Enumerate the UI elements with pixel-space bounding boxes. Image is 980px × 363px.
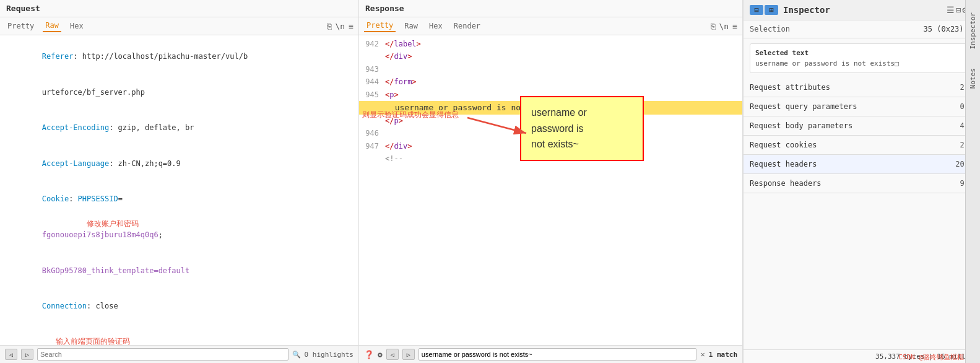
popup-line2: password is [531, 121, 633, 137]
nav-back-btn[interactable]: ◁ [5, 349, 17, 360]
nav-fwd-btn[interactable]: ▷ [21, 349, 33, 360]
inspector-section-4[interactable]: Request headers 20 ∨ [744, 155, 980, 174]
section-label-4: Request headers [750, 160, 955, 168]
section-count-0: 2 [960, 83, 965, 92]
mode-btn-2[interactable]: ⊞ [765, 5, 778, 15]
inspector-section-2[interactable]: Request body parameters 4 ∨ [744, 116, 980, 136]
side-tabs: Inspector Notes [965, 0, 980, 363]
svg-line-1 [467, 118, 526, 133]
tab-raw-req[interactable]: Raw [43, 20, 61, 32]
popup-line1: username or [531, 105, 633, 121]
mode-btn-1[interactable]: ⊟ [750, 5, 763, 15]
tab-render-resp[interactable]: Render [451, 20, 483, 32]
section-label-1: Request query parameters [750, 102, 960, 111]
inspector-section-1[interactable]: Request query parameters 0 ∨ [744, 97, 980, 116]
response-search-input[interactable] [418, 348, 697, 361]
request-bottom-bar: ◁ ▷ 🔍 0 highlights [0, 345, 358, 363]
mode-buttons: ⊟ ⊞ [750, 5, 778, 15]
inspector-sections: Request attributes 2 ∨ Request query par… [744, 78, 980, 193]
req-line-referer: Referer: http://localhost/pikachu-master… [6, 39, 352, 75]
request-title: Request [0, 0, 358, 17]
popup-line3: not exists~ [531, 136, 633, 152]
selection-label: Selection [750, 25, 924, 33]
tab-hex-req[interactable]: Hex [67, 20, 86, 32]
response-title: Response [359, 0, 742, 17]
selected-text-title: Selected text [755, 49, 968, 57]
selected-text-box: Selected text username or password is no… [750, 43, 974, 73]
resp-nav-back[interactable]: ◁ [386, 349, 399, 360]
tab-raw-resp[interactable]: Raw [402, 20, 420, 32]
resp-help-icon[interactable]: ❓ [364, 350, 374, 359]
req-line-cookie3: BkGOp95780_think_template=default [6, 253, 352, 289]
highlight-count: 0 highlights [305, 351, 353, 359]
section-label-0: Request attributes [750, 83, 960, 92]
req-line-empty2 [6, 336, 352, 345]
req-line-referer2: urteforce/bf_server.php [6, 75, 352, 111]
resp-nav-fwd[interactable]: ▷ [402, 349, 415, 360]
clear-search-btn[interactable]: ✕ [700, 350, 705, 359]
section-count-2: 4 [960, 121, 965, 130]
section-count-4: 20 [955, 160, 964, 168]
req-line-cookie2: fgonouoepi7s8jburu18m4q0q6; [6, 217, 352, 253]
request-toolbar: ⎘ \n ≡ [327, 22, 353, 31]
inspector-split-icon[interactable]: ⊟ [956, 5, 961, 15]
request-panel: Request Pretty Raw Hex ⎘ \n ≡ Referer: h… [0, 0, 359, 363]
resp-line-942b: </div> [359, 50, 742, 63]
inspector-section-0[interactable]: Request attributes 2 ∨ [744, 78, 980, 97]
inspector-list-icon[interactable]: ☰ [947, 5, 955, 15]
inspector-panel: ⊟ ⊞ Inspector ☰ ⊟ ⚙ ✕ Selection 35 (0x23… [743, 0, 980, 363]
resp-line-943: 943 [359, 63, 742, 76]
inspector-section-3[interactable]: Request cookies 2 ∨ [744, 136, 980, 155]
req-line-conn: Connection: close [6, 289, 352, 325]
side-tab-inspector[interactable]: Inspector [969, 12, 977, 50]
csdn-watermark: CSDN @骆咚锵鱼框框 [898, 352, 964, 362]
section-count-5: 9 [960, 179, 965, 188]
wrap-resp-icon[interactable]: \n [719, 22, 729, 31]
inspector-title: Inspector [783, 5, 939, 15]
copy-icon[interactable]: ⎘ [327, 22, 332, 31]
menu-icon[interactable]: ≡ [349, 22, 353, 31]
response-bottom-bar: ❓ ⚙ ◁ ▷ ✕ 1 match [359, 345, 742, 363]
selection-bar: Selection 35 (0x23) ∧ [744, 20, 980, 38]
selected-text-content: username or password is not exists□ [755, 59, 968, 68]
selection-value: 35 (0x23) [924, 25, 964, 33]
req-line-language: Accept-Language: zh-CN,zh;q=0.9 [6, 146, 352, 182]
section-count-3: 2 [960, 141, 965, 149]
tab-pretty-resp[interactable]: Pretty [364, 20, 396, 32]
resp-line-944: 944 </form> [359, 76, 742, 88]
section-label-5: Response headers [750, 179, 960, 188]
response-tabs: Pretty Raw Hex Render ⎘ \n ≡ [359, 17, 742, 35]
section-label-2: Request body parameters [750, 121, 960, 130]
response-content: 942 </label> </div> 943 944 </form> 945 … [359, 35, 742, 345]
wrap-icon[interactable]: \n [336, 22, 345, 31]
copy-resp-icon[interactable]: ⎘ [711, 22, 716, 31]
inspector-header: ⊟ ⊞ Inspector ☰ ⊟ ⚙ ✕ [744, 0, 980, 20]
inspector-section-5[interactable]: Response headers 9 ∨ [744, 174, 980, 193]
request-content: Referer: http://localhost/pikachu-master… [0, 35, 358, 345]
match-label: 1 match [709, 351, 737, 359]
req-line-cookie: Cookie: PHPSESSID= [6, 182, 352, 217]
search-icon[interactable]: 🔍 [292, 351, 301, 359]
request-search-input[interactable] [37, 348, 288, 361]
section-label-3: Request cookies [750, 141, 960, 149]
response-toolbar: ⎘ \n ≡ [711, 22, 737, 31]
request-tabs: Pretty Raw Hex ⎘ \n ≡ [0, 17, 358, 35]
response-popup-box: username or password is not exists~ [520, 96, 644, 161]
menu-resp-icon[interactable]: ≡ [732, 22, 737, 31]
resp-line-942a: 942 </label> [359, 38, 742, 50]
tab-hex-resp[interactable]: Hex [427, 20, 445, 32]
tab-pretty-req[interactable]: Pretty [5, 20, 37, 32]
annotation-arrow-svg [464, 105, 532, 142]
section-count-1: 0 [960, 102, 965, 111]
req-line-encoding: Accept-Encoding: gzip, deflate, br [6, 110, 352, 146]
response-panel: Response Pretty Raw Hex Render ⎘ \n ≡ 94… [359, 0, 743, 363]
resp-settings-icon[interactable]: ⚙ [378, 350, 383, 359]
req-line-empty1 [6, 325, 352, 336]
side-tab-notes[interactable]: Notes [969, 68, 977, 89]
